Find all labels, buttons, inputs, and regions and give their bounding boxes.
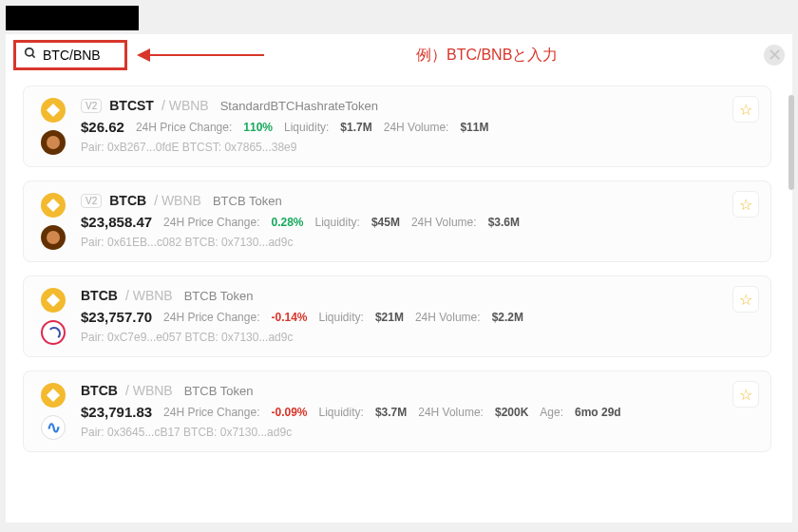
result-card[interactable]: BTCB/ WBNBBTCB Token$23,791.8324H Price … — [23, 370, 771, 452]
scrollbar[interactable] — [788, 95, 794, 190]
liquidity-value: $21M — [375, 311, 404, 324]
window-chrome — [6, 6, 139, 30]
change-value: -0.14% — [271, 311, 307, 324]
addresses: Pair: 0xC7e9...e057 BTCB: 0x7130...ad9c — [81, 331, 755, 344]
search-box[interactable] — [13, 40, 127, 70]
search-icon — [24, 47, 37, 64]
liquidity-label: Liquidity: — [319, 311, 364, 324]
change-label: 24H Price Change: — [163, 216, 259, 229]
results-list: V2BTCST/ WBNBStandardBTCHashrateToken$26… — [6, 76, 792, 522]
pair-base: BTCST — [109, 98, 154, 113]
price: $23,858.47 — [81, 214, 152, 230]
bnb-icon — [41, 383, 66, 408]
wave-icon — [41, 415, 66, 440]
pair-quote: / WBNB — [162, 98, 209, 113]
liquidity-label: Liquidity: — [284, 121, 329, 134]
annotation-arrow — [137, 48, 264, 62]
result-card[interactable]: BTCB/ WBNBBTCB Token$23,757.7024H Price … — [23, 276, 771, 357]
volume-value: $200K — [495, 406, 528, 419]
addresses: Pair: 0x61EB...c082 BTCB: 0x7130...ad9c — [81, 236, 755, 249]
liquidity-value: $3.7M — [375, 406, 407, 419]
favorite-button[interactable]: ☆ — [732, 381, 759, 408]
age-label: Age: — [540, 406, 563, 419]
version-badge: V2 — [81, 99, 102, 113]
swirl-icon — [41, 320, 66, 345]
bnb-icon — [41, 98, 66, 123]
change-label: 24H Price Change: — [163, 311, 259, 324]
price: $26.62 — [81, 119, 124, 135]
liquidity-label: Liquidity: — [319, 406, 364, 419]
change-value: -0.09% — [271, 406, 307, 419]
token-name: BTCB Token — [184, 289, 254, 303]
token-name: StandardBTCHashrateToken — [220, 99, 378, 113]
volume-label: 24H Volume: — [418, 406, 484, 419]
change-label: 24H Price Change: — [136, 121, 232, 134]
annotation-text: 例）BTC/BNBと入力 — [416, 46, 558, 66]
volume-value: $3.6M — [488, 216, 520, 229]
favorite-button[interactable]: ☆ — [732, 191, 759, 218]
volume-label: 24H Volume: — [415, 311, 481, 324]
liquidity-value: $1.7M — [340, 121, 371, 134]
change-label: 24H Price Change: — [163, 406, 259, 419]
pair-quote: / WBNB — [125, 383, 173, 398]
cake-icon — [41, 225, 66, 250]
age-value: 6mo 29d — [575, 406, 621, 419]
pair-quote: / WBNB — [125, 288, 173, 303]
liquidity-value: $45M — [371, 216, 400, 229]
liquidity-label: Liquidity: — [315, 216, 360, 229]
cake-icon — [41, 130, 66, 155]
pair-quote: / WBNB — [154, 193, 201, 208]
volume-value: $11M — [460, 121, 488, 134]
favorite-button[interactable]: ☆ — [732, 96, 759, 123]
search-row: 例）BTC/BNBと入力 ✕ — [6, 34, 792, 76]
pair-base: BTCB — [109, 193, 146, 208]
change-value: 0.28% — [271, 216, 303, 229]
change-value: 110% — [243, 121, 273, 134]
close-icon[interactable]: ✕ — [764, 45, 785, 66]
result-card[interactable]: V2BTCB/ WBNBBTCB Token$23,858.4724H Pric… — [23, 180, 771, 262]
favorite-button[interactable]: ☆ — [732, 286, 759, 313]
search-input[interactable] — [43, 48, 119, 63]
svg-line-1 — [32, 55, 35, 58]
svg-point-0 — [26, 48, 33, 56]
token-name: BTCB Token — [184, 384, 254, 398]
bnb-icon — [41, 193, 66, 218]
volume-value: $2.2M — [492, 311, 523, 324]
bnb-icon — [41, 288, 66, 313]
pair-base: BTCB — [81, 383, 118, 398]
addresses: Pair: 0xB267...0fdE BTCST: 0x7865...38e9 — [81, 141, 755, 154]
pair-base: BTCB — [81, 288, 118, 303]
version-badge: V2 — [81, 194, 102, 208]
addresses: Pair: 0x3645...cB17 BTCB: 0x7130...ad9c — [81, 426, 755, 439]
price: $23,791.83 — [81, 404, 152, 420]
volume-label: 24H Volume: — [411, 216, 477, 229]
token-name: BTCB Token — [213, 194, 282, 208]
result-card[interactable]: V2BTCST/ WBNBStandardBTCHashrateToken$26… — [23, 86, 771, 167]
volume-label: 24H Volume: — [384, 121, 449, 134]
price: $23,757.70 — [81, 309, 152, 325]
